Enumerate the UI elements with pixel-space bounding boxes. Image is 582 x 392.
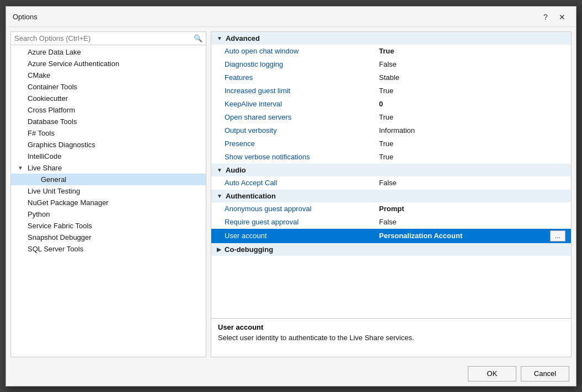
tree-item-live-share[interactable]: ▼Live Share	[11, 162, 206, 174]
row-value: True	[379, 139, 565, 148]
dialog-body: 🔍 ▶Azure Data Lake▶Azure Service Authent…	[6, 27, 576, 362]
section-label: Audio	[226, 166, 246, 174]
tree-item-intellicode[interactable]: ▶IntelliCode	[11, 151, 206, 162]
tree-item-label: NuGet Package Manager	[28, 198, 109, 207]
search-box: 🔍	[11, 32, 206, 45]
section-header-authentication[interactable]: ▼Authentication	[211, 190, 571, 202]
settings-row-auto-accept-call[interactable]: Auto Accept CallFalse	[211, 176, 571, 190]
settings-row-require-guest-approval[interactable]: Require guest approvalFalse	[211, 216, 571, 229]
tree-list: ▶Azure Data Lake▶Azure Service Authentic…	[11, 45, 206, 357]
settings-row-presence[interactable]: PresenceTrue	[211, 137, 571, 151]
section-arrow: ▼	[217, 167, 222, 173]
row-value: True	[379, 153, 565, 161]
settings-row-diagnostic-logging[interactable]: Diagnostic loggingFalse	[211, 58, 571, 71]
tree-item-label: Snapshot Debugger	[28, 233, 92, 241]
row-key: Anonymous guest approval	[225, 205, 379, 213]
row-key: Presence	[225, 139, 379, 148]
tree-item-container-tools[interactable]: ▶Container Tools	[11, 81, 206, 93]
tree-item-live-share-general[interactable]: ▶General	[11, 174, 206, 185]
settings-row-open-shared-servers[interactable]: Open shared serversTrue	[211, 111, 571, 124]
row-value: False	[379, 179, 565, 187]
row-key: Increased guest limit	[225, 87, 379, 95]
right-panel: ▼AdvancedAuto open chat windowTrueDiagno…	[211, 31, 572, 357]
row-value: False	[379, 60, 565, 68]
tree-item-label: Cookiecutter	[28, 94, 68, 103]
settings-row-anonymous-guest-approval[interactable]: Anonymous guest approvalPrompt	[211, 202, 571, 216]
tree-item-sql-server-tools[interactable]: ▶SQL Server Tools	[11, 243, 206, 255]
row-key: Auto open chat window	[225, 47, 379, 55]
settings-row-features[interactable]: FeaturesStable	[211, 71, 571, 84]
tree-item-azure-data-lake[interactable]: ▶Azure Data Lake	[11, 46, 206, 58]
row-value: True	[379, 87, 565, 95]
row-key: Output verbosity	[225, 126, 379, 135]
tree-item-label: F# Tools	[28, 129, 55, 137]
row-value: True	[379, 47, 565, 55]
row-key: Features	[225, 73, 379, 82]
row-key: User account	[225, 232, 379, 240]
tree-item-database-tools[interactable]: ▶Database Tools	[11, 116, 206, 127]
options-dialog: Options ? ✕ 🔍 ▶Azure Data Lake▶Azure Ser…	[6, 6, 576, 386]
section-arrow: ▼	[217, 35, 222, 41]
tree-item-label: Graphics Diagnostics	[28, 141, 95, 149]
description-text: Select user identity to authenticate to …	[218, 334, 564, 342]
description-area: User account Select user identity to aut…	[211, 319, 572, 357]
row-value: 0	[379, 100, 565, 108]
tree-item-snapshot-debugger[interactable]: ▶Snapshot Debugger	[11, 232, 206, 243]
row-key: Diagnostic logging	[225, 60, 379, 68]
section-header-advanced[interactable]: ▼Advanced	[211, 32, 571, 45]
description-title: User account	[218, 323, 564, 331]
tree-item-label: Service Fabric Tools	[28, 222, 92, 230]
tree-item-label: Live Unit Testing	[28, 187, 80, 195]
search-icon: 🔍	[194, 34, 202, 42]
tree-item-fsharp-tools[interactable]: ▶F# Tools	[11, 127, 206, 139]
row-key: Auto Accept Call	[225, 179, 379, 187]
section-label: Co-debugging	[225, 245, 273, 254]
section-label: Advanced	[226, 34, 260, 42]
search-input[interactable]	[14, 34, 194, 42]
settings-row-increased-guest-limit[interactable]: Increased guest limitTrue	[211, 84, 571, 98]
tree-item-label: Cross Platform	[28, 106, 75, 114]
left-panel: 🔍 ▶Azure Data Lake▶Azure Service Authent…	[10, 31, 206, 357]
help-button[interactable]: ?	[538, 11, 553, 23]
tree-item-service-fabric-tools[interactable]: ▶Service Fabric Tools	[11, 220, 206, 232]
row-action-button[interactable]: ...	[550, 230, 565, 241]
settings-row-user-account[interactable]: User accountPersonalization Account...	[211, 229, 571, 243]
tree-item-cookiecutter[interactable]: ▶Cookiecutter	[11, 93, 206, 104]
tree-item-python[interactable]: ▶Python	[11, 208, 206, 220]
settings-row-show-verbose-notifications[interactable]: Show verbose notificationsTrue	[211, 151, 571, 164]
section-arrow: ▼	[217, 193, 222, 199]
tree-item-label: General	[41, 175, 66, 184]
tree-item-label: Database Tools	[28, 117, 77, 126]
row-value: Information	[379, 126, 565, 135]
tree-item-label: CMake	[28, 71, 50, 79]
tree-item-label: Python	[28, 210, 50, 218]
section-arrow: ▶	[217, 246, 221, 253]
row-value: Personalization Account	[379, 232, 550, 240]
section-label: Authentication	[226, 192, 276, 200]
tree-item-nuget-package-manager[interactable]: ▶NuGet Package Manager	[11, 197, 206, 208]
tree-item-graphics-diagnostics[interactable]: ▶Graphics Diagnostics	[11, 139, 206, 151]
row-key: Show verbose notifications	[225, 153, 379, 161]
section-header-co-debugging[interactable]: ▶Co-debugging	[211, 243, 571, 256]
tree-item-label: IntelliCode	[28, 152, 61, 160]
row-value: Prompt	[379, 205, 565, 213]
ok-button[interactable]: OK	[468, 366, 516, 382]
settings-row-keep-alive-interval[interactable]: KeepAlive interval0	[211, 98, 571, 111]
settings-row-auto-open-chat[interactable]: Auto open chat windowTrue	[211, 45, 571, 58]
settings-row-output-verbosity[interactable]: Output verbosityInformation	[211, 124, 571, 137]
tree-item-cross-platform[interactable]: ▶Cross Platform	[11, 104, 206, 116]
section-header-audio[interactable]: ▼Audio	[211, 164, 571, 176]
tree-item-arrow: ▼	[18, 165, 25, 171]
tree-item-label: Container Tools	[28, 83, 77, 91]
tree-item-cmake[interactable]: ▶CMake	[11, 69, 206, 81]
tree-item-label: Live Share	[28, 164, 62, 172]
tree-item-live-unit-testing[interactable]: ▶Live Unit Testing	[11, 185, 206, 197]
row-key: KeepAlive interval	[225, 100, 379, 108]
tree-item-azure-service-auth[interactable]: ▶Azure Service Authentication	[11, 58, 206, 69]
close-button[interactable]: ✕	[555, 11, 569, 23]
row-value: False	[379, 218, 565, 226]
tree-item-label: Azure Service Authentication	[28, 60, 119, 68]
row-value: True	[379, 113, 565, 121]
tree-item-label: Azure Data Lake	[28, 48, 81, 56]
cancel-button[interactable]: Cancel	[521, 366, 569, 382]
